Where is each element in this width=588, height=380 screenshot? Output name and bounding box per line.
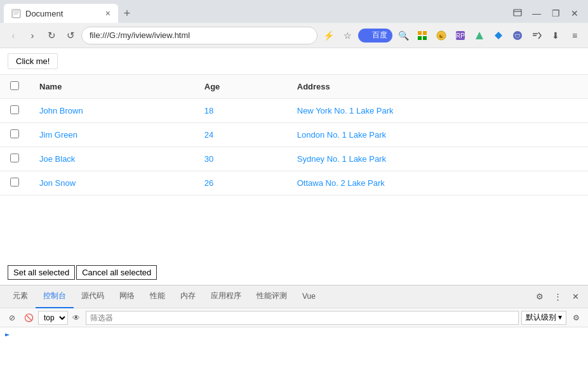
row-name-link-3[interactable]: Jon Snow [39,178,76,188]
row-name-link-0[interactable]: John Brown [39,106,83,115]
filter-input[interactable] [86,311,519,325]
svg-marker-14 [495,32,502,39]
devtools-controls: ⚙ ⋮ ✕ [532,289,583,305]
devtools-tab-网络[interactable]: 网络 [112,285,142,308]
row-age-1: 24 [194,123,287,147]
row-age-0: 18 [194,99,287,123]
cancel-all-selected-button[interactable]: Cancel all selected [76,265,157,280]
devtools-stop-button[interactable]: ⊘ [5,311,19,325]
devtools-settings-button[interactable]: ⚙ [532,289,547,305]
ext1-icon[interactable]: ☯ [433,27,450,44]
row-checkbox-0[interactable] [10,105,19,114]
set-all-selected-button[interactable]: Set all selected [8,265,75,280]
baidu-button[interactable]: æ 百度 [358,29,392,43]
svg-rect-7 [418,36,422,40]
svg-rect-8 [423,36,427,40]
window-pin-button[interactable] [509,5,526,22]
table-row: Jim Green 24 London No. 1 Lake Park [0,123,588,147]
row-checkbox-1[interactable] [10,129,19,138]
context-select-wrap: top 👁 [38,311,83,325]
devtools-tab-Vue[interactable]: Vue [295,285,323,308]
ext4-icon[interactable] [490,27,507,44]
ext5-icon[interactable]: 🛡 [509,27,526,44]
devtools-tab-bar: 元素控制台源代码网络性能内存应用程序性能评测Vue ⚙ ⋮ ✕ [0,285,588,308]
address-bar[interactable]: file:///G:/my/iview/iview.html [81,27,317,44]
table-row: John Brown 18 New York No. 1 Lake Park [0,99,588,123]
tab-close-button[interactable]: × [105,8,110,18]
svg-marker-13 [476,32,483,39]
window-close-button[interactable]: ✕ [566,5,583,22]
header-checkbox-cell [0,75,29,99]
devtools-tab-元素[interactable]: 元素 [5,285,36,308]
reload-button[interactable]: ↻ [43,27,60,44]
devtools-panel: 元素控制台源代码网络性能内存应用程序性能评测Vue ⚙ ⋮ ✕ ⊘ 🚫 top … [0,285,588,380]
svg-text:RP: RP [456,32,465,39]
row-name-0: John Brown [29,99,194,123]
devtools-close-button[interactable]: ✕ [568,289,583,305]
devtools-tab-性能评测[interactable]: 性能评测 [249,285,295,308]
menu-icon[interactable]: ≡ [566,27,583,44]
devtools-tab-应用程序[interactable]: 应用程序 [203,285,249,308]
browser-tab[interactable]: Document × [4,4,118,23]
nav-bar: ‹ › ↻ ↺ file:///G:/my/iview/iview.html ⚡… [0,23,588,48]
row-name-link-2[interactable]: Joe Black [39,154,75,164]
row-age-2: 30 [194,147,287,171]
browser-chrome: Document × + — ❐ ✕ ‹ › ↻ ↺ file:///G:/my… [0,0,588,380]
context-select[interactable]: top [38,311,68,325]
devtools-toolbar: ⊘ 🚫 top 👁 默认级别 ▾ ⚙ [0,308,588,327]
data-table: Name Age Address John Brown 18 New York … [0,74,588,195]
tab-bar: Document × + — ❐ ✕ [0,0,588,23]
lightning-button[interactable]: ⚡ [320,27,337,44]
context-visibility-button[interactable]: 👁 [69,311,83,325]
window-controls: — ❐ ✕ [509,5,588,22]
search-icon[interactable]: 🔍 [395,27,411,44]
nav-right-buttons: ⚡ ☆ æ 百度 🔍 ☯ RP 🛡 [320,27,583,44]
star-button[interactable]: ☆ [339,27,356,44]
row-checkbox-cell [0,171,29,195]
row-checkbox-3[interactable] [10,178,19,187]
devtools-clear-button[interactable]: 🚫 [22,311,36,325]
row-checkbox-cell [0,147,29,171]
row-age-3: 26 [194,171,287,195]
row-name-link-1[interactable]: Jim Green [39,130,77,140]
header-age: Age [194,75,287,99]
devtools-tab-源代码[interactable]: 源代码 [74,285,112,308]
click-me-button[interactable]: Click me! [8,53,58,69]
row-name-2: Joe Black [29,147,194,171]
download-icon[interactable]: ⬇ [547,27,564,44]
action-buttons-row: Set all selected Cancel all selected [0,260,588,285]
row-name-3: Jon Snow [29,171,194,195]
back-button[interactable]: ‹ [5,27,22,44]
level-select-wrap: 默认级别 ▾ [521,311,566,325]
ext2-icon[interactable]: RP [452,27,469,44]
select-all-checkbox[interactable] [10,81,19,90]
row-checkbox-cell [0,99,29,123]
header-name: Name [29,75,194,99]
devtools-gear-button[interactable]: ⚙ [569,311,583,325]
row-checkbox-cell [0,123,29,147]
svg-rect-6 [423,31,427,35]
row-address-3: Ottawa No. 2 Lake Park [287,171,588,195]
devtools-tab-内存[interactable]: 内存 [173,285,203,308]
window-maximize-button[interactable]: ❐ [547,5,564,22]
hard-reload-button[interactable]: ↺ [62,27,79,44]
row-checkbox-2[interactable] [10,154,19,162]
row-address-1: London No. 1 Lake Park [287,123,588,147]
tab-title: Document [25,9,63,18]
baidu-label: 百度 [372,30,387,41]
devtools-tab-控制台[interactable]: 控制台 [36,285,74,308]
grid-icon[interactable] [414,27,431,44]
window-minimize-button[interactable]: — [528,5,545,22]
ext6-icon[interactable] [528,27,545,44]
tab-favicon [11,9,20,18]
devtools-more-button[interactable]: ⋮ [550,289,565,305]
baidu-icon: æ [363,31,370,40]
devtools-console: ► [0,327,588,380]
ext3-icon[interactable] [471,27,488,44]
row-name-1: Jim Green [29,123,194,147]
new-tab-button[interactable]: + [118,4,136,22]
console-arrow[interactable]: ► [5,330,10,339]
devtools-tab-性能[interactable]: 性能 [142,285,173,308]
level-button[interactable]: 默认级别 ▾ [521,311,566,325]
forward-button[interactable]: › [24,27,41,44]
